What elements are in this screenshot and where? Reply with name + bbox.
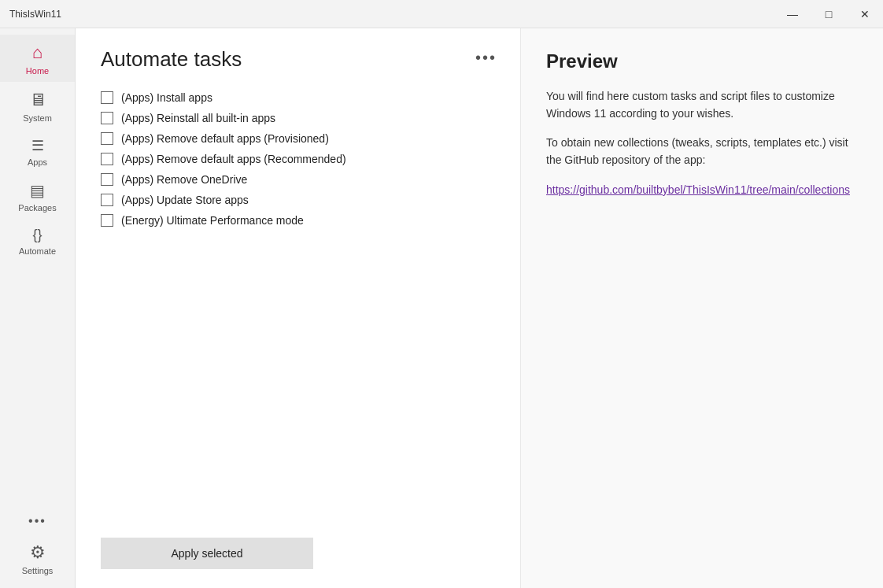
sidebar-item-system[interactable]: 🖥 System	[0, 82, 75, 129]
sidebar-label-system: System	[23, 113, 52, 123]
sidebar: ⌂ Home 🖥 System ☰ Apps ▤ Packages {} Aut…	[0, 28, 76, 588]
apply-selected-button[interactable]: Apply selected	[101, 538, 313, 569]
sidebar-item-apps[interactable]: ☰ Apps	[0, 129, 75, 173]
left-panel: Automate tasks ••• (Apps) Install apps (…	[76, 28, 521, 588]
system-icon: 🖥	[29, 90, 46, 110]
panel-more-button[interactable]: •••	[471, 47, 501, 68]
more-icon: •••	[28, 514, 46, 528]
panel-title: Automate tasks	[101, 47, 242, 72]
task-label-5: (Apps) Remove OneDrive	[121, 173, 247, 186]
sidebar-more-button[interactable]: •••	[0, 506, 75, 534]
preview-link[interactable]: https://github.com/builtbybel/ThisIsWin1…	[546, 183, 850, 196]
app-title: ThisIsWin11	[9, 9, 61, 20]
task-checkbox-4[interactable]	[101, 153, 113, 165]
task-label-3: (Apps) Remove default apps (Provisioned)	[121, 132, 329, 145]
sidebar-label-apps: Apps	[28, 157, 47, 167]
minimize-button[interactable]: —	[774, 0, 811, 28]
task-checkbox-2[interactable]	[101, 112, 113, 124]
task-label-2: (Apps) Reinstall all built-in apps	[121, 112, 275, 124]
task-checkbox-6[interactable]	[101, 194, 113, 206]
list-item: (Apps) Remove OneDrive	[101, 169, 501, 190]
task-label-1: (Apps) Install apps	[121, 91, 212, 104]
sidebar-label-home: Home	[26, 66, 49, 76]
list-item: (Apps) Reinstall all built-in apps	[101, 108, 501, 128]
task-checkbox-1[interactable]	[101, 91, 113, 104]
sidebar-item-settings[interactable]: ⚙ Settings	[0, 534, 75, 588]
task-label-4: (Apps) Remove default apps (Recommended)	[121, 153, 346, 165]
preview-title: Preview	[546, 50, 858, 72]
task-list: (Apps) Install apps (Apps) Reinstall all…	[101, 87, 501, 525]
list-item: (Apps) Remove default apps (Provisioned)	[101, 128, 501, 149]
sidebar-label-packages: Packages	[18, 203, 56, 213]
list-item: (Apps) Install apps	[101, 87, 501, 108]
sidebar-item-packages[interactable]: ▤ Packages	[0, 173, 75, 219]
task-label-6: (Apps) Update Store apps	[121, 194, 249, 206]
task-checkbox-3[interactable]	[101, 132, 113, 145]
list-item: (Energy) Ultimate Performance mode	[101, 210, 501, 231]
app-body: ⌂ Home 🖥 System ☰ Apps ▤ Packages {} Aut…	[0, 28, 883, 588]
window-controls: — □ ✕	[774, 0, 883, 28]
panel-header: Automate tasks •••	[101, 47, 501, 72]
main-split: Automate tasks ••• (Apps) Install apps (…	[76, 28, 883, 588]
preview-paragraph1: You will find here custom tasks and scri…	[546, 88, 858, 122]
apps-icon: ☰	[31, 137, 44, 154]
bottom-bar: Apply selected	[101, 525, 501, 575]
automate-icon: {}	[32, 227, 42, 243]
sidebar-label-settings: Settings	[22, 566, 54, 575]
packages-icon: ▤	[30, 181, 45, 200]
task-checkbox-7[interactable]	[101, 214, 113, 227]
settings-icon: ⚙	[30, 542, 46, 563]
list-item: (Apps) Update Store apps	[101, 190, 501, 210]
close-button[interactable]: ✕	[847, 0, 883, 28]
right-panel: Preview You will find here custom tasks …	[521, 28, 883, 588]
sidebar-label-automate: Automate	[19, 246, 56, 256]
task-checkbox-5[interactable]	[101, 173, 113, 186]
preview-paragraph2: To obtain new collections (tweaks, scrip…	[546, 135, 858, 168]
maximize-button[interactable]: □	[811, 0, 847, 28]
list-item: (Apps) Remove default apps (Recommended)	[101, 149, 501, 169]
titlebar: ThisIsWin11 — □ ✕	[0, 0, 883, 28]
sidebar-item-home[interactable]: ⌂ Home	[0, 35, 75, 82]
task-label-7: (Energy) Ultimate Performance mode	[121, 214, 304, 227]
home-icon: ⌂	[32, 43, 42, 63]
sidebar-item-automate[interactable]: {} Automate	[0, 219, 75, 262]
